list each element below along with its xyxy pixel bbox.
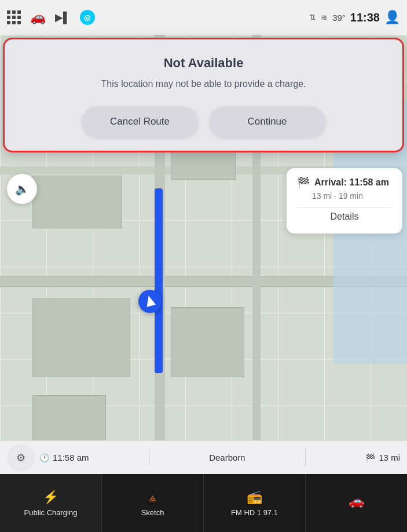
extra-icon: 🚗 [349, 494, 364, 509]
bottom-info-bar: ⚙ 🕐 11:58 am Dearborn 🏁 13 mi [0, 440, 407, 474]
eta-item: 🕐 11:58 am [39, 453, 89, 462]
fm-icon: 📻 [247, 490, 262, 505]
quick-item-charging[interactable]: ⚡ Public Charging [0, 474, 102, 532]
clock: 11:38 [350, 11, 380, 24]
sketch-icon: ⟁ [149, 490, 156, 505]
divider-2 [305, 449, 306, 467]
eta-time: 11:58 am [53, 453, 89, 462]
quick-item-extra[interactable]: 🚗 [306, 474, 407, 532]
media-icon[interactable]: ▶▌ [55, 11, 71, 24]
settings-button[interactable]: ⚙ [7, 444, 35, 472]
bottom-bar-content: 🕐 11:58 am Dearborn 🏁 13 mi [39, 449, 400, 467]
route-line [155, 188, 163, 373]
status-left: 🚗 ▶▌ ◎ [7, 10, 95, 25]
destination-label: Dearborn [209, 453, 245, 462]
quick-item-fm[interactable]: 📻 FM HD 1 97.1 [204, 474, 306, 532]
charging-icon: ⚡ [43, 490, 58, 505]
status-bar: 🚗 ▶▌ ◎ ⇅ ≋ 39° 11:38 👤 [0, 0, 407, 35]
nav-arrow-indicator [144, 294, 156, 307]
grid-menu-icon[interactable] [7, 10, 21, 24]
volume-button[interactable]: 🔈 [7, 174, 37, 204]
car-icon[interactable]: 🚗 [30, 10, 46, 25]
sketch-label: Sketch [141, 508, 164, 517]
dialog-title: Not Available [19, 56, 388, 71]
building [32, 298, 130, 377]
arrival-header: 🏁 Arrival: 11:58 am [297, 176, 392, 189]
divider-1 [149, 449, 149, 467]
signal-icon: ≋ [321, 13, 328, 22]
flag-small-icon: 🏁 [365, 453, 375, 462]
quick-item-sketch[interactable]: ⟁ Sketch [102, 474, 204, 532]
status-right: ⇅ ≋ 39° 11:38 👤 [309, 10, 400, 25]
building [32, 395, 106, 448]
arrival-time: Arrival: 11:58 am [314, 177, 389, 188]
details-button[interactable]: Details [297, 207, 392, 225]
dialog-buttons: Cancel Route Continue [19, 107, 388, 137]
clock-icon: 🕐 [39, 453, 49, 462]
building [171, 307, 244, 377]
dialog-message: This location may not be able to provide… [19, 78, 388, 90]
alexa-icon[interactable]: ◎ [80, 10, 95, 25]
arrival-card: 🏁 Arrival: 11:58 am 13 mi · 19 min Detai… [287, 168, 402, 234]
nav-arrow [138, 290, 162, 313]
flag-icon: 🏁 [297, 176, 310, 189]
quick-access-bar: ⚡ Public Charging ⟁ Sketch 📻 FM HD 1 97.… [0, 474, 407, 532]
fm-label: FM HD 1 97.1 [231, 508, 278, 517]
distance-label: 13 mi [379, 453, 400, 462]
cancel-route-button[interactable]: Cancel Route [82, 107, 198, 137]
wifi-icon: ⇅ [309, 13, 316, 22]
not-available-dialog: Not Available This location may not be a… [3, 38, 404, 152]
temperature: 39° [332, 13, 346, 23]
continue-button[interactable]: Continue [210, 107, 325, 137]
destination-item: Dearborn [209, 453, 245, 462]
profile-icon[interactable]: 👤 [384, 10, 400, 25]
charging-label: Public Charging [24, 508, 78, 517]
distance-item: 🏁 13 mi [365, 453, 400, 462]
building [32, 176, 122, 228]
arrival-distance: 13 mi · 19 min [312, 191, 392, 201]
